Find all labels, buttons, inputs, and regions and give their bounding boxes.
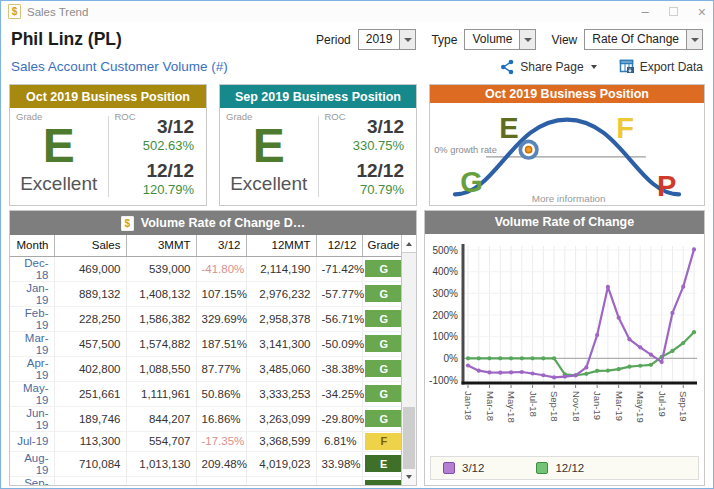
grade-badge: G <box>365 385 404 402</box>
table-row[interactable]: Dec-18469,000539,000-41.80%2,114,190-71.… <box>10 256 405 281</box>
table-title-bar: $ Volume Rate of Change D… <box>10 211 416 235</box>
oct-position-panel: Oct 2019 Business Position Grade E Excel… <box>9 84 207 206</box>
chart-title: Volume Rate of Change <box>495 215 634 229</box>
svg-text:May-18: May-18 <box>506 391 517 423</box>
chart-title-bar: Volume Rate of Change <box>425 211 704 234</box>
period-select[interactable]: 2019 <box>358 29 417 50</box>
cell-r312: 329.69% <box>196 306 246 331</box>
chevron-down-icon[interactable] <box>686 30 702 49</box>
page-header: Phil Linz (PL) Period 2019 Type Volume V… <box>1 22 713 79</box>
table-row[interactable]: May-19251,6611,111,96150.86%3,333,253-34… <box>10 381 405 406</box>
roc-12-12-name: 12/12 <box>356 160 404 182</box>
svg-text:Mar-19: Mar-19 <box>614 391 625 421</box>
cell-mmt3: 1,111,961 <box>126 381 196 406</box>
cell-grade: F <box>362 431 405 451</box>
curve-letter-e: E <box>499 113 518 145</box>
cell-mmt3: 1,088,550 <box>126 356 196 381</box>
svg-text:Sep-19: Sep-19 <box>678 391 689 422</box>
more-information-link[interactable]: More information <box>532 193 606 204</box>
column-header-grade[interactable]: Grade <box>362 235 405 256</box>
roc-3-12-name: 3/12 <box>367 116 404 138</box>
chevron-down-icon[interactable] <box>399 30 415 49</box>
scrollbar-thumb[interactable] <box>403 407 415 469</box>
roc-12-12-value: 70.79% <box>360 182 404 197</box>
detail-row: $ Volume Rate of Change D… MonthSales3MM… <box>1 210 713 486</box>
panel-header: Oct 2019 Business Position <box>10 85 206 108</box>
roc-label: ROC <box>325 111 346 122</box>
grade-badge: G <box>365 335 404 352</box>
maximize-button[interactable] <box>669 7 678 16</box>
cell-grade: G <box>362 406 405 431</box>
scroll-down-icon[interactable] <box>402 469 416 485</box>
roc-3-12-value: 502.63% <box>143 138 194 153</box>
export-data-button[interactable]: Export Data <box>619 59 703 74</box>
roc-3-12-value: 330.75% <box>353 138 404 153</box>
cell-sales: 251,661 <box>54 381 126 406</box>
roc-detail-table-panel: $ Volume Rate of Change D… MonthSales3MM… <box>9 210 417 486</box>
cell-mmt12: 3,485,060 <box>246 356 316 381</box>
roc-label: ROC <box>115 111 136 122</box>
roc-12-12-value: 120.79% <box>143 182 194 197</box>
svg-text:Jan-19: Jan-19 <box>592 391 603 420</box>
cell-mmt12: 2,114,190 <box>246 256 316 281</box>
cell-r312: -41.80% <box>196 256 246 281</box>
table-row[interactable]: Jun-19189,746844,20716.86%3,263,099-29.8… <box>10 406 405 431</box>
legend-swatch-purple <box>443 462 455 474</box>
cell-r312: 16.86% <box>196 406 246 431</box>
column-header-sales[interactable]: Sales <box>54 235 126 256</box>
table-row[interactable]: Apr-19402,8001,088,55087.77%3,485,060-38… <box>10 356 405 381</box>
scroll-up-icon[interactable] <box>402 235 416 253</box>
table-row[interactable]: Jan-19889,1321,408,132107.15%2,976,232-5… <box>10 281 405 306</box>
view-select[interactable]: Rate Of Change <box>584 29 703 50</box>
business-position-row: Oct 2019 Business Position Grade E Excel… <box>1 79 713 210</box>
table-row[interactable]: Jul-19113,300554,707-17.35%3,368,5996.81… <box>10 431 405 451</box>
cell-grade: G <box>362 281 405 306</box>
title-bar: $ Sales Trend – × <box>1 1 713 22</box>
cell-grade: G <box>362 306 405 331</box>
cell-mmt3: 554,707 <box>126 431 196 451</box>
cell-r312: 187.51% <box>196 331 246 356</box>
svg-text:300%: 300% <box>432 287 458 298</box>
share-page-label: Share Page <box>520 60 583 74</box>
cell-mmt3: 844,207 <box>126 406 196 431</box>
minimize-button[interactable]: – <box>642 7 649 17</box>
cell-month: Jan-19 <box>10 281 54 306</box>
cell-sales: 402,800 <box>54 356 126 381</box>
column-header-12-12[interactable]: 12/12 <box>316 235 362 256</box>
cell-month: Aug-19 <box>10 451 54 476</box>
chevron-down-icon[interactable] <box>519 30 535 49</box>
column-header-12mmt[interactable]: 12MMT <box>246 235 316 256</box>
table-row[interactable]: Feb-19228,2501,586,382329.69%2,958,378-5… <box>10 306 405 331</box>
report-subtitle: Sales Account Customer Volume (#) <box>11 59 228 74</box>
cell-sales: 228,250 <box>54 306 126 331</box>
page-title: Phil Linz (PL) <box>11 29 122 50</box>
cell-grade: E <box>362 451 405 476</box>
table-row[interactable]: Aug-19710,0841,013,130209.48%4,019,02333… <box>10 451 405 476</box>
table-row[interactable]: Mar-19457,5001,574,882187.51%3,141,300-5… <box>10 331 405 356</box>
cell-mmt12: 2,958,378 <box>246 306 316 331</box>
close-button[interactable]: × <box>698 4 706 20</box>
table-scrollbar[interactable] <box>401 235 416 485</box>
type-select[interactable]: Volume <box>464 29 536 50</box>
column-header-3mmt[interactable]: 3MMT <box>126 235 196 256</box>
cell-grade: E <box>362 476 405 485</box>
cell-grade: G <box>362 256 405 281</box>
cell-sales: 469,000 <box>54 256 126 281</box>
cell-month: Apr-19 <box>10 356 54 381</box>
cell-mmt12: 2,976,232 <box>246 281 316 306</box>
share-page-button[interactable]: Share Page <box>500 59 596 75</box>
cell-r1212: -38.38% <box>316 356 362 381</box>
cell-mmt3: 1,313,844 <box>126 476 196 485</box>
column-header-month[interactable]: Month <box>10 235 54 256</box>
grade-word: Excellent <box>230 173 307 195</box>
cell-r1212: 6.81% <box>316 431 362 451</box>
column-header-3-12[interactable]: 3/12 <box>196 235 246 256</box>
cell-sales: 889,132 <box>54 281 126 306</box>
legend-item-12-12: 12/12 <box>536 462 584 474</box>
table-row[interactable]: Sep-19490,4601,313,844330.75%4,271,93370… <box>10 476 405 485</box>
panel-header: Sep 2019 Business Position <box>220 85 416 108</box>
roc-12-12-name: 12/12 <box>146 160 194 182</box>
cell-month: Mar-19 <box>10 331 54 356</box>
cell-r312: -17.35% <box>196 431 246 451</box>
caret-down-icon <box>591 65 597 69</box>
